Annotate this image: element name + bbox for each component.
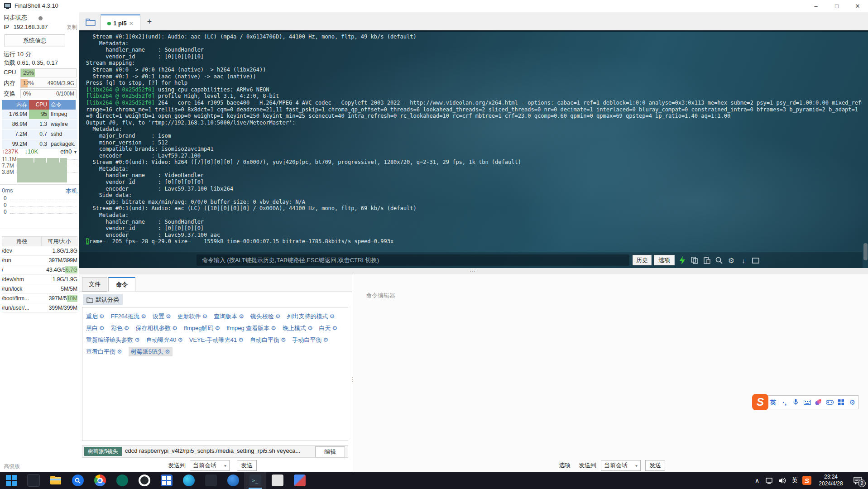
taskbar-app-blue-grid[interactable] (155, 472, 177, 489)
taskbar-app-teal-circle[interactable] (111, 472, 133, 489)
taskbar-app-chrome[interactable] (89, 472, 111, 489)
taskbar-app-file-explorer[interactable] (44, 472, 67, 489)
ime-settings-icon[interactable]: ⚙ (847, 398, 858, 407)
command-item[interactable]: 镜头校验⚙ (250, 313, 281, 320)
send-button-right[interactable]: 发送 (645, 460, 665, 471)
command-item[interactable]: 彩色⚙ (111, 325, 129, 331)
paste-icon[interactable] (702, 256, 711, 265)
skin-palette-icon[interactable] (813, 399, 824, 406)
soft-keyboard-icon[interactable] (801, 400, 813, 405)
gear-icon[interactable]: ⚙ (99, 325, 105, 331)
search-icon[interactable] (715, 256, 724, 265)
taskbar-app-colorful[interactable] (288, 472, 311, 489)
command-item[interactable]: 自动曝光40⚙ (146, 336, 183, 343)
gear-icon[interactable]: ⚙ (215, 325, 220, 331)
terminal[interactable]: Stream #0:1[0x2](und): Audio: aac (LC) (… (79, 30, 868, 268)
command-item[interactable]: 查询版本⚙ (214, 313, 244, 320)
command-item[interactable]: 设置⚙ (153, 313, 171, 320)
taskbar-app-edge[interactable] (177, 472, 200, 489)
gear-icon[interactable]: ⚙ (117, 348, 122, 355)
command-item[interactable]: 树莓派5镜头⚙ (129, 347, 173, 356)
edit-command-button[interactable]: 编辑 (315, 446, 345, 457)
gear-icon[interactable]: ⚙ (165, 348, 170, 355)
options-button-right[interactable]: 选项 (559, 460, 571, 471)
copy-ip-button[interactable]: 复制 (67, 24, 77, 31)
gear-icon[interactable]: ⚙ (134, 336, 140, 343)
command-item[interactable]: 查看白平衡⚙ (86, 348, 122, 355)
history-button[interactable]: 历史 (633, 255, 652, 265)
command-item[interactable]: 黑白⚙ (86, 325, 105, 331)
gear-icon[interactable]: ⚙ (307, 325, 313, 331)
terminal-scrollbar-thumb[interactable] (863, 243, 868, 260)
taskbar-app-blue-globe[interactable] (222, 472, 244, 489)
gear-icon[interactable]: ⚙ (141, 313, 146, 320)
command-item[interactable]: FF264推流⚙ (111, 313, 146, 320)
tray-lang-indicator[interactable]: 英 (789, 472, 801, 489)
tab-commands[interactable]: 命令 (108, 277, 135, 292)
taskbar-app-search-blue[interactable] (67, 472, 89, 489)
command-item[interactable]: 白天⚙ (319, 325, 338, 331)
gear-icon[interactable]: ⚙ (177, 336, 183, 343)
taskbar-app-light[interactable] (266, 472, 288, 489)
command-item[interactable]: VEYE-手动曝光41⚙ (189, 336, 244, 343)
command-item[interactable]: 晚上模式⚙ (283, 325, 313, 331)
close-button[interactable]: ✕ (847, 0, 868, 12)
game-controller-icon[interactable] (824, 400, 835, 405)
gear-icon[interactable]: ⚙ (239, 313, 244, 320)
session-select[interactable]: 当前会话 ▾ (190, 460, 230, 471)
command-item[interactable]: 保存相机参数⚙ (135, 325, 177, 331)
col-path-header[interactable]: 路径 (2, 237, 42, 246)
ime-lang-toggle[interactable]: 英 (767, 398, 779, 407)
taskbar-app-terminal-dark[interactable] (22, 472, 44, 489)
command-input[interactable]: 命令输入 (按ALT键提示历史,TAB键路径,ESC键返回,双击CTRL切换) (197, 254, 629, 266)
close-tab-icon[interactable]: ✕ (129, 20, 134, 27)
gear-icon[interactable]: ⚙ (727, 256, 736, 265)
col-cmd-header[interactable]: 命令 (49, 100, 76, 110)
command-item[interactable]: 自动白平衡⚙ (250, 336, 286, 343)
taskbar-app-github[interactable] (133, 472, 155, 489)
session-select-right[interactable]: 当前会话 ▾ (601, 460, 641, 471)
splitter-handle[interactable]: ⋯ (470, 267, 476, 274)
command-item[interactable]: 重启⚙ (86, 313, 105, 320)
taskbar-clock[interactable]: 23:24 2024/4/28 (814, 474, 848, 487)
command-item[interactable]: 手动白平衡⚙ (293, 336, 329, 343)
tray-sogou-icon[interactable]: S (801, 472, 813, 489)
gear-icon[interactable]: ⚙ (275, 313, 281, 320)
interface-select[interactable]: eth0 ▼ (60, 148, 77, 155)
tray-chevron-up-icon[interactable]: ∧ (751, 472, 763, 489)
maximize-button[interactable]: □ (826, 0, 847, 12)
ime-punctuation-toggle[interactable]: ·, (779, 398, 790, 406)
sogou-logo-icon[interactable]: S (752, 394, 768, 410)
toolbox-grid-icon[interactable] (835, 399, 847, 405)
gear-icon[interactable]: ⚙ (172, 325, 177, 331)
command-item[interactable]: ffmpeg解码⚙ (184, 325, 220, 331)
tab-files[interactable]: 文件 (82, 277, 107, 292)
command-item[interactable]: 更新软件⚙ (177, 313, 208, 320)
horizontal-splitter[interactable]: ⋯ (79, 268, 868, 275)
window-mode-icon[interactable] (751, 256, 760, 265)
command-item[interactable]: ffmpeg 查看版本⚙ (226, 325, 276, 331)
taskbar-app-dark[interactable] (200, 472, 222, 489)
new-tab-button[interactable]: + (144, 16, 155, 28)
system-info-button[interactable]: 系统信息 (5, 34, 65, 47)
open-connection-button[interactable] (84, 16, 97, 28)
quick-command-icon[interactable] (678, 256, 687, 265)
gear-icon[interactable]: ⚙ (202, 313, 208, 320)
gear-icon[interactable]: ⚙ (166, 313, 171, 320)
start-button[interactable] (0, 472, 22, 489)
tray-volume-icon[interactable] (776, 472, 789, 489)
tray-network-icon[interactable] (763, 472, 776, 489)
command-item[interactable]: 列出支持的模式⚙ (287, 313, 335, 320)
command-item[interactable]: 重新编译镜头参数⚙ (86, 336, 140, 343)
send-button[interactable]: 发送 (237, 460, 257, 471)
col-size-header[interactable]: 可用/大小 (42, 237, 77, 246)
session-tab[interactable]: 1 pi5 ✕ (101, 14, 140, 31)
ping-target[interactable]: 本机 (66, 187, 77, 195)
category-tag[interactable]: 默认分类 (83, 294, 123, 305)
gear-icon[interactable]: ⚙ (238, 336, 244, 343)
gear-icon[interactable]: ⚙ (323, 336, 329, 343)
options-button[interactable]: 选项 (654, 255, 675, 265)
microphone-icon[interactable] (790, 399, 801, 406)
gear-icon[interactable]: ⚙ (332, 325, 338, 331)
gear-icon[interactable]: ⚙ (99, 313, 105, 320)
